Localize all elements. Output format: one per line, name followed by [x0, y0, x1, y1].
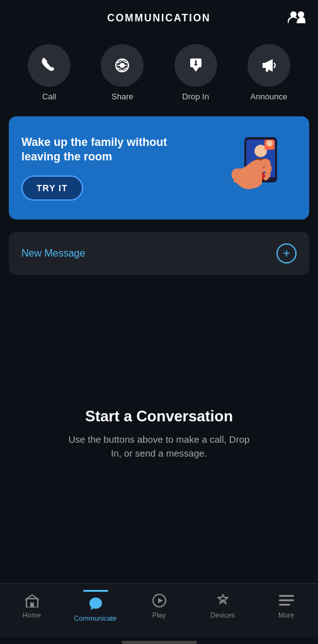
devices-nav-label: Devices [210, 611, 235, 619]
main-content: Start a Conversation Use the buttons abo… [0, 285, 318, 583]
new-message-row[interactable]: New Message + [9, 232, 309, 275]
header: COMMUNICATION [0, 0, 318, 34]
try-it-button[interactable]: TRY IT [21, 175, 83, 201]
announce-label: Announce [251, 92, 288, 101]
page-title: COMMUNICATION [107, 13, 210, 24]
share-circle [101, 44, 144, 87]
announce-icon [260, 57, 278, 74]
call-button[interactable]: Call [28, 44, 71, 101]
nav-item-communicate[interactable]: Communicate [74, 590, 118, 622]
svg-point-20 [222, 599, 224, 602]
call-icon [40, 57, 58, 74]
svg-rect-21 [279, 595, 294, 597]
svg-marker-5 [193, 67, 199, 72]
more-icon [279, 593, 294, 608]
nav-item-play[interactable]: Play [137, 593, 181, 619]
announce-button[interactable]: Announce [247, 44, 290, 101]
more-nav-label: More [278, 611, 294, 619]
phone-hand-illustration [218, 132, 293, 204]
call-circle [28, 44, 71, 87]
nav-item-more[interactable]: More [264, 593, 309, 619]
bottom-nav: Home Communicate Play Devi [0, 583, 318, 637]
contacts-icon[interactable] [288, 10, 305, 24]
share-icon [113, 57, 131, 74]
drop-in-circle [174, 44, 217, 87]
promo-content: Wake up the family without leaving the r… [21, 135, 173, 201]
drop-in-icon [187, 57, 205, 74]
promo-banner: Wake up the family without leaving the r… [9, 116, 309, 219]
devices-icon [215, 593, 230, 608]
share-label: Share [111, 92, 133, 101]
svg-rect-23 [279, 604, 290, 606]
new-message-label: New Message [21, 248, 85, 259]
conversation-title: Start a Conversation [85, 408, 233, 425]
svg-rect-17 [30, 602, 34, 608]
communicate-icon [88, 596, 103, 611]
home-nav-label: Home [23, 611, 41, 619]
drop-in-button[interactable]: Drop In [174, 44, 217, 101]
svg-rect-22 [279, 599, 294, 601]
home-icon [25, 593, 40, 608]
nav-item-devices[interactable]: Devices [201, 593, 245, 619]
svg-point-14 [266, 140, 273, 147]
play-nav-label: Play [152, 611, 166, 619]
announce-circle [247, 44, 290, 87]
communicate-nav-label: Communicate [74, 614, 117, 622]
new-message-plus-icon: + [276, 243, 297, 264]
share-button[interactable]: Share [101, 44, 144, 101]
action-buttons-row: Call Share [0, 34, 318, 106]
promo-title: Wake up the family without leaving the r… [21, 135, 173, 165]
play-icon [152, 593, 167, 608]
call-label: Call [42, 92, 56, 101]
drop-in-label: Drop In [182, 92, 209, 101]
svg-point-1 [298, 11, 304, 18]
home-indicator [122, 641, 197, 644]
communicate-active-indicator [83, 590, 108, 592]
nav-item-home[interactable]: Home [10, 593, 54, 619]
svg-marker-19 [158, 598, 163, 603]
conversation-desc: Use the buttons above to make a call, Dr… [65, 433, 254, 461]
promo-image [215, 130, 297, 206]
svg-rect-8 [266, 68, 268, 72]
